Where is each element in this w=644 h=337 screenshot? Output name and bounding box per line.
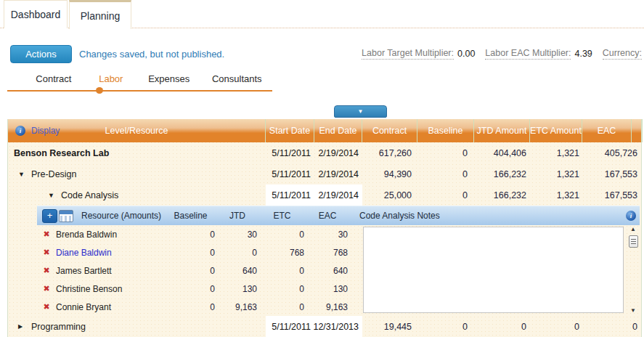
- tab-labor[interactable]: Labor: [86, 71, 136, 90]
- active-tab-marker: [96, 87, 103, 94]
- tab-dashboard[interactable]: Dashboard: [4, 0, 68, 28]
- collapse-node-icon[interactable]: ▼: [18, 171, 26, 178]
- scroll-down-icon[interactable]: ▼: [630, 308, 636, 314]
- resource-column-label: Resource (Amounts): [78, 211, 165, 221]
- cell-baseline[interactable]: 0: [165, 243, 216, 261]
- labor-target-multiplier: Labor Target Multiplier: 0.00: [362, 48, 475, 60]
- table-row-task[interactable]: ▼ Code Analysis 5/11/2011 2/19/2014 25,0…: [8, 184, 641, 206]
- resource-panel-body: ✖ Brenda Baldwin 0 30 0 30 ✖ Diane Baldw…: [37, 225, 640, 316]
- notes-column-label: Code Analysis Notes: [349, 211, 622, 221]
- collapse-node-icon[interactable]: ▼: [48, 192, 56, 199]
- column-scroll-spacer: [632, 119, 643, 142]
- resource-panel-header: + Resource (Amounts) Baseline JTD ETC EA…: [37, 206, 640, 225]
- delete-resource-icon[interactable]: ✖: [37, 302, 56, 312]
- baseline-column-label[interactable]: Baseline: [165, 211, 216, 221]
- scrollbar-thumb[interactable]: [629, 235, 638, 248]
- cell-etc[interactable]: 0: [258, 261, 306, 280]
- delete-resource-icon[interactable]: ✖: [37, 230, 56, 239]
- table-row-phase[interactable]: ▼ Pre-Design 5/11/2011 2/19/2014 94,390 …: [8, 163, 641, 184]
- cell-end-date-input[interactable]: 2/19/2014: [314, 184, 362, 206]
- cell-jtd: 9,163: [216, 298, 258, 316]
- labor-target-multiplier-label[interactable]: Labor Target Multiplier:: [362, 48, 454, 60]
- cell-etc[interactable]: 0: [258, 225, 306, 243]
- etc-column-label[interactable]: ETC: [258, 211, 306, 221]
- cell-etc: 0: [530, 316, 582, 337]
- cell-baseline[interactable]: 0: [165, 280, 216, 298]
- tab-expenses[interactable]: Expenses: [136, 71, 202, 90]
- active-tab-underline: [7, 90, 272, 92]
- cell-eac: 768: [306, 243, 349, 261]
- code-analysis-notes-input[interactable]: [363, 227, 624, 313]
- tab-contract[interactable]: Contract: [22, 71, 86, 90]
- cell-end-date: 2/19/2014: [314, 163, 362, 184]
- status-message: Changes saved, but not published.: [79, 49, 224, 60]
- cell-baseline[interactable]: 0: [165, 225, 216, 243]
- info-icon[interactable]: i: [626, 211, 636, 221]
- expand-node-icon[interactable]: ▶: [18, 323, 26, 330]
- cell-start-date: 5/11/2011: [266, 142, 314, 163]
- cell-contract: 25,000: [362, 184, 417, 206]
- resource-name: Christine Benson: [56, 284, 165, 294]
- column-jtd-amount[interactable]: JTD Amount: [474, 119, 530, 142]
- metrics-group: Labor Target Multiplier: 0.00 Labor EAC …: [362, 48, 642, 60]
- resource-name: Connie Bryant: [56, 302, 165, 312]
- column-start-date[interactable]: Start Date: [266, 119, 314, 142]
- cell-eac: 0: [582, 316, 643, 337]
- cell-jtd: 0: [474, 316, 530, 337]
- labor-plan-grid: i Display Level/Resource Start Date End …: [7, 119, 642, 337]
- eac-column-label[interactable]: EAC: [306, 211, 349, 221]
- cell-jtd: 166,232: [474, 163, 530, 184]
- table-row-project[interactable]: Benson Research Lab 5/11/2011 2/19/2014 …: [8, 142, 641, 163]
- tab-consultants[interactable]: Consultants: [202, 71, 272, 90]
- cell-etc[interactable]: 0: [258, 280, 306, 298]
- column-contract[interactable]: Contract: [362, 119, 417, 142]
- add-resource-button[interactable]: +: [42, 209, 57, 223]
- cell-contract: 94,390: [362, 163, 417, 184]
- cell-baseline[interactable]: 0: [165, 261, 216, 280]
- delete-resource-icon[interactable]: ✖: [37, 284, 56, 293]
- cell-etc[interactable]: 0: [258, 298, 306, 316]
- cell-baseline: 0: [417, 316, 474, 337]
- delete-resource-icon[interactable]: ✖: [37, 248, 56, 257]
- cell-jtd: 640: [216, 261, 258, 280]
- row-phase-label: Pre-Design: [31, 169, 77, 179]
- actions-button[interactable]: Actions: [10, 45, 72, 63]
- delete-resource-icon[interactable]: ✖: [37, 266, 56, 275]
- column-etc-amount[interactable]: ETC Amount: [530, 119, 582, 142]
- cell-end-date-input[interactable]: 12/31/2013: [314, 316, 362, 337]
- jtd-column-label[interactable]: JTD: [216, 211, 258, 221]
- column-eac[interactable]: EAC: [582, 119, 632, 142]
- cell-eac: 9,163: [306, 298, 349, 316]
- tab-planning[interactable]: Planning: [69, 0, 131, 29]
- cell-jtd: 0: [216, 243, 258, 261]
- cell-start-date-input[interactable]: 5/11/2011: [266, 184, 314, 206]
- cell-eac: 130: [306, 280, 349, 298]
- grid-header-row: i Display Level/Resource Start Date End …: [8, 119, 641, 142]
- column-baseline[interactable]: Baseline: [417, 119, 474, 142]
- currency-label[interactable]: Currency:: [603, 48, 642, 60]
- table-row-programming[interactable]: ▶ Programming 5/11/2011 12/31/2013 19,44…: [8, 316, 641, 337]
- cell-etc: 1,321: [530, 184, 582, 206]
- currency-metric: Currency:: [603, 48, 642, 60]
- cell-eac: 640: [306, 261, 349, 280]
- resource-name-link[interactable]: Diane Baldwin: [56, 248, 165, 258]
- resource-row: ✖ Brenda Baldwin 0 30 0 30: [37, 225, 360, 243]
- cell-eac: 167,553: [582, 163, 643, 184]
- labor-eac-multiplier: Labor EAC Multiplier: 4.39: [485, 48, 592, 60]
- column-end-date[interactable]: End Date: [314, 119, 362, 142]
- calendar-icon[interactable]: [59, 210, 73, 222]
- cell-jtd: 130: [216, 280, 258, 298]
- resource-row: ✖ Christine Benson 0 130 0 130: [37, 280, 360, 298]
- labor-target-multiplier-value: 0.00: [457, 49, 475, 59]
- cell-baseline[interactable]: 0: [165, 298, 216, 316]
- labor-eac-multiplier-value: 4.39: [574, 49, 592, 59]
- cell-baseline: 0: [417, 142, 474, 163]
- cell-jtd: 30: [216, 225, 258, 243]
- labor-eac-multiplier-label[interactable]: Labor EAC Multiplier:: [485, 48, 571, 60]
- cell-start-date-input[interactable]: 5/11/2011: [266, 316, 314, 337]
- column-level-resource: i Display Level/Resource: [8, 119, 266, 142]
- collapse-grid-button[interactable]: ▼: [334, 105, 387, 118]
- scroll-up-icon[interactable]: ▲: [630, 227, 636, 232]
- cell-eac: 167,553: [582, 184, 643, 206]
- cell-etc[interactable]: 768: [258, 243, 306, 261]
